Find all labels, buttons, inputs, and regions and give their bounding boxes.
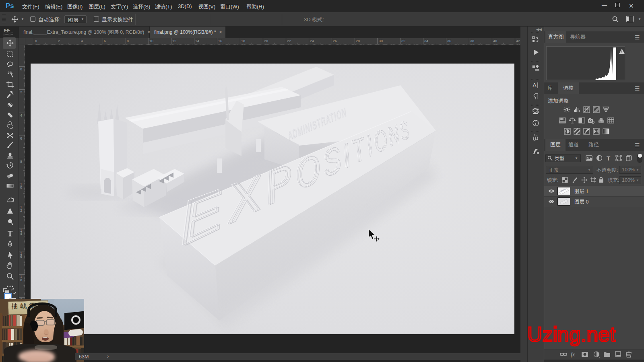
svg-text:T: T: [607, 155, 610, 161]
svg-text:A: A: [533, 82, 537, 88]
svg-text:fx: fx: [571, 352, 575, 358]
